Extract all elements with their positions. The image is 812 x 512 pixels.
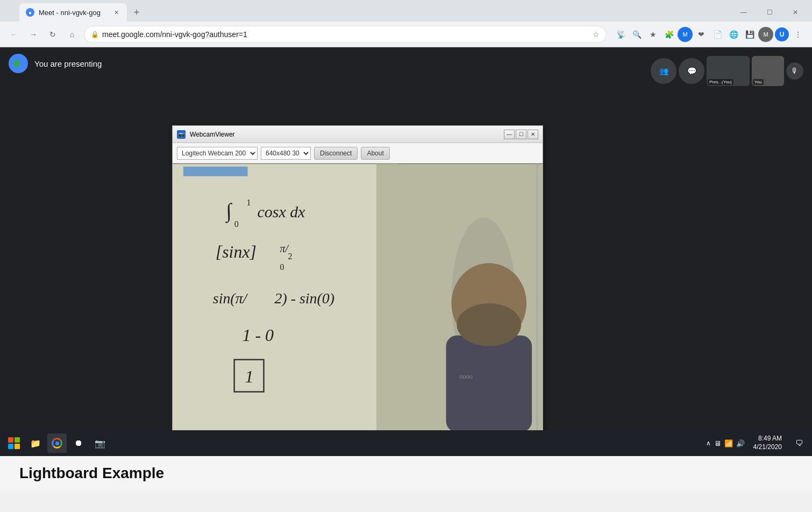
webcam-window-controls: — ☐ ✕ [504,130,538,139]
svg-text:1: 1 [247,198,251,207]
svg-text:0: 0 [280,262,284,272]
wifi-icon[interactable]: 📶 [724,439,733,447]
new-tab-button[interactable]: + [129,5,144,20]
audio-indicator: 🎙 [786,62,803,80]
webcam-video-area[interactable]: ∫ 0 1 cosx dx [sinx] π/ 2 0 sin(π/ 2) - … [173,163,543,430]
chrome-taskbar-button[interactable] [47,433,67,453]
webcam-minimize-button[interactable]: — [504,130,515,139]
record-button[interactable]: ⏺ [69,433,88,453]
presenting-text: You are presenting [34,59,102,68]
webcam-close-button[interactable]: ✕ [528,130,538,139]
system-tray: ∧ 🖥 📶 🔊 [706,439,745,447]
save-icon[interactable]: 💾 [742,27,757,42]
file-explorer-button[interactable]: 📁 [26,433,45,453]
lock-icon: 🔒 [91,31,99,38]
webcam-taskbar-button[interactable]: 📷 [90,433,110,453]
whiteboard-display: ∫ 0 1 cosx dx [sinx] π/ 2 0 sin(π/ 2) - … [173,163,543,430]
svg-text:oooo: oooo [459,373,472,380]
url-bar[interactable]: 🔒 meet.google.com/nni-vgvk-gog?authuser=… [84,26,607,43]
tab-close-button[interactable]: ✕ [112,8,120,17]
cast-icon[interactable]: 📡 [613,27,628,42]
date-display: 4/21/2020 [753,443,782,452]
active-tab[interactable]: ● Meet - nni-vgvk-gog ✕ [19,3,127,22]
caption-area: Lightboard Example [0,456,812,490]
svg-text:1 - 0: 1 - 0 [243,326,274,345]
svg-text:2: 2 [288,252,292,261]
browser-window: ● Meet - nni-vgvk-gog ✕ + — ☐ ✕ ← → ↻ ⌂ … [0,0,812,430]
webcam-titlebar: 📷 WebcamViewer — ☐ ✕ [173,126,543,143]
webcam-toolbar: Logitech Webcam 200 640x480 30 Disconnec… [173,143,543,163]
pdf-icon[interactable]: 📄 [710,27,725,42]
svg-text:cosx dx: cosx dx [258,203,306,221]
svg-text:sin(π/: sin(π/ [213,290,248,307]
svg-text:0: 0 [234,219,239,229]
star-icon[interactable]: ☆ [593,30,600,39]
tab-bar: ● Meet - nni-vgvk-gog ✕ + — ☐ ✕ [0,0,812,22]
bookmark-icon[interactable]: ★ [645,27,660,42]
metro-icon[interactable]: M [758,27,773,42]
profile-button[interactable]: U [774,27,789,42]
resolution-select[interactable]: 640x480 30 [261,147,311,160]
svg-rect-19 [446,336,532,430]
browser-content: You are presenting 👥 💬 Pres...(You) You … [0,47,812,430]
forward-button[interactable]: → [26,27,41,42]
about-button[interactable]: About [361,147,389,160]
chrome-icon [52,438,62,449]
disconnect-button[interactable]: Disconnect [314,147,358,160]
close-button[interactable]: ✕ [783,5,808,20]
reload-button[interactable]: ↻ [45,27,60,42]
address-bar: ← → ↻ ⌂ 🔒 meet.google.com/nni-vgvk-gog?a… [0,22,812,47]
browser-icon[interactable]: 🌐 [726,27,741,42]
time-display: 8:49 AM [758,435,782,443]
svg-text:1: 1 [245,367,254,386]
self-label: Pres...(You) [708,79,733,85]
other-label: You [753,79,764,85]
heart-icon[interactable]: ❤ [694,27,709,42]
webcam-title: WebcamViewer [190,131,500,138]
participants-button[interactable]: 👥 [651,58,676,84]
volume-icon[interactable]: 🔊 [736,439,745,447]
meet-controls: 👥 💬 Pres...(You) You 🎙 [651,56,803,86]
thumbnails: Pres...(You) You 🎙 [707,56,803,86]
camera-select[interactable]: Logitech Webcam 200 [177,147,258,160]
webcam-app-icon: 📷 [177,130,186,139]
caption-title: Lightboard Example [19,465,793,482]
url-text: meet.google.com/nni-vgvk-gog?authuser=1 [102,30,589,39]
meet-icon[interactable]: M [678,27,693,42]
webcam-maximize-button[interactable]: ☐ [516,130,526,139]
maximize-button[interactable]: ☐ [757,5,782,20]
menu-button[interactable]: ⋮ [790,27,806,42]
chat-button[interactable]: 💬 [679,58,704,84]
window-controls: — ☐ ✕ [731,5,812,20]
chevron-icon[interactable]: ∧ [706,439,711,447]
avatar: U [775,27,789,41]
svg-point-20 [457,303,521,346]
minimize-button[interactable]: — [731,5,756,20]
windows-logo [8,437,20,449]
svg-text:[sinx]: [sinx] [216,243,257,261]
meet-logo [9,54,28,73]
taskbar-right: ∧ 🖥 📶 🔊 8:49 AM 4/21/2020 🗨 [706,432,808,453]
other-thumbnail: You [752,56,784,86]
start-button[interactable] [4,433,24,453]
notification-button[interactable]: 🗨 [790,435,808,452]
svg-rect-2 [183,167,248,176]
back-button[interactable]: ← [6,27,22,42]
extensions-icon[interactable]: 🧩 [661,27,676,42]
network-icon[interactable]: 🖥 [714,439,721,447]
search-icon[interactable]: 🔍 [629,27,644,42]
tab-title: Meet - nni-vgvk-gog [39,9,108,17]
tab-favicon: ● [26,8,34,17]
toolbar-icons: 📡 🔍 ★ 🧩 M ❤ 📄 🌐 💾 M U ⋮ [613,27,806,42]
clock[interactable]: 8:49 AM 4/21/2020 [749,432,786,453]
home-button[interactable]: ⌂ [65,27,80,42]
taskbar: 📁 ⏺ 📷 ∧ 🖥 📶 🔊 8:49 AM 4/21/2020 🗨 [0,430,812,456]
webcam-viewer-window: 📷 WebcamViewer — ☐ ✕ Logitech Webcam 200… [172,125,543,430]
self-thumbnail: Pres...(You) [707,56,750,86]
svg-text:2) - sin(0): 2) - sin(0) [274,290,334,307]
